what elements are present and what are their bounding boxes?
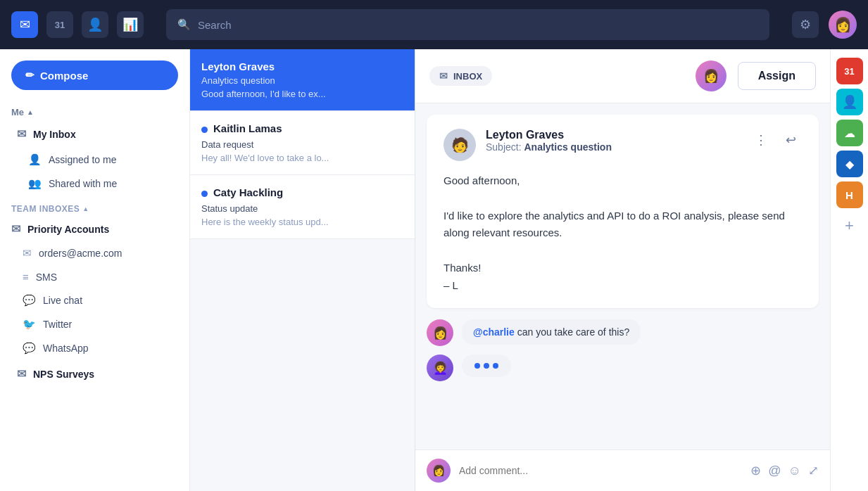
- inbox-nav-icon[interactable]: ✉: [11, 11, 38, 38]
- conversation-header: ✉ INBOX 👩 Assign: [415, 49, 830, 103]
- sms-channel-label: SMS: [36, 272, 57, 283]
- whatsapp-channel-icon: 💬: [23, 342, 36, 355]
- orders-channel-label: orders@acme.com: [39, 248, 122, 259]
- typing-dot-3: [493, 363, 498, 369]
- message-line-2: I'd like to explore the analytics and AP…: [444, 208, 802, 243]
- conversation-item-kaitlin[interactable]: Kaitlin Lamas Data request Hey all! We'd…: [190, 111, 415, 175]
- whatsapp-channel-item[interactable]: 💬 WhatsApp: [0, 336, 189, 360]
- me-label: Me: [11, 107, 24, 117]
- typing-row: 👩‍🦱: [427, 355, 819, 381]
- sms-channel-item[interactable]: ≡ SMS: [0, 265, 189, 288]
- top-navigation: ✉ 31 👤 📊 🔍 ⚙ 👩: [0, 0, 868, 49]
- right-rail: 31 👤 ☁ ◆ H +: [830, 49, 868, 491]
- shared-with-me-label: Shared with me: [49, 178, 117, 189]
- message-header: 🧑 Leyton Graves Subject: Analytics quest…: [444, 129, 802, 161]
- commenter-avatar-2: 👩‍🦱: [427, 355, 453, 381]
- message-area: 🧑 Leyton Graves Subject: Analytics quest…: [415, 103, 830, 449]
- compose-label: Compose: [40, 70, 88, 82]
- message-body: Good afternoon, I'd like to explore the …: [444, 172, 802, 294]
- mention-comment-row: 👩 @charlie can you take care of this?: [427, 319, 819, 346]
- left-sidebar: ✏ Compose Me ▲ ✉ My Inbox 👤 Assigned to …: [0, 49, 190, 491]
- livechat-channel-item[interactable]: 💬 Live chat: [0, 288, 189, 312]
- search-bar[interactable]: 🔍: [166, 9, 769, 40]
- reports-nav-icon[interactable]: 📊: [117, 11, 144, 38]
- mention-tag: @charlie: [473, 326, 515, 338]
- message-line-3: Thanks!– L: [444, 260, 802, 295]
- message-actions: ⋮ ↩: [750, 129, 802, 151]
- calendar-nav-icon[interactable]: 31: [46, 11, 73, 38]
- subject-label: Subject:: [486, 141, 522, 153]
- add-icon-button[interactable]: ⊕: [750, 463, 761, 478]
- comment-input-area: 👩 ⊕ @ ☺ ⤢: [415, 449, 830, 491]
- reply-button[interactable]: ↩: [779, 129, 802, 151]
- priority-accounts-item[interactable]: ✉ Priority Accounts: [0, 217, 189, 241]
- nps-surveys-item[interactable]: ✉ NPS Surveys: [6, 360, 184, 388]
- comment-input[interactable]: [459, 465, 742, 476]
- contacts-nav-icon[interactable]: 👤: [82, 11, 108, 38]
- typing-bubble: [462, 355, 511, 377]
- mention-comment-bubble: @charlie can you take care of this?: [462, 319, 641, 345]
- nav-right: ⚙ 👩: [792, 11, 857, 39]
- me-arrow-icon: ▲: [27, 108, 34, 116]
- twitter-channel-label: Twitter: [43, 319, 72, 330]
- priority-inbox-icon: ✉: [11, 222, 20, 236]
- orders-channel-item[interactable]: ✉ orders@acme.com: [0, 241, 189, 265]
- inbox-icon: ✉: [17, 127, 26, 141]
- conv-preview-leyton: Good afternoon, I'd like to ex...: [201, 89, 403, 99]
- conv-preview-kaitlin: Hey all! We'd love to take a lo...: [201, 153, 403, 163]
- conv-header-kaitlin: Kaitlin Lamas: [201, 122, 403, 137]
- more-options-button[interactable]: ⋮: [750, 129, 772, 151]
- unread-dot-caty: [201, 191, 208, 197]
- team-inboxes-header: Team Inboxes ▲: [0, 196, 189, 217]
- shared-icon: 👥: [28, 177, 42, 190]
- sms-channel-icon: ≡: [23, 271, 29, 283]
- typing-dot-2: [484, 363, 489, 369]
- settings-button[interactable]: ⚙: [792, 11, 819, 38]
- unread-dot-kaitlin: [201, 127, 208, 133]
- conversation-item-leyton[interactable]: Leyton Graves Analytics question Good af…: [190, 49, 415, 111]
- conv-header-caty: Caty Hackling: [201, 186, 403, 201]
- assigned-to-me-item[interactable]: 👤 Assigned to me: [0, 148, 189, 172]
- sender-info: Leyton Graves Subject: Analytics questio…: [486, 129, 740, 153]
- conv-subject-caty: Status update: [201, 203, 403, 214]
- my-inbox-label: My Inbox: [33, 129, 76, 140]
- contact-rail-icon[interactable]: 👤: [836, 89, 863, 115]
- my-inbox-item[interactable]: ✉ My Inbox: [6, 120, 184, 148]
- add-rail-icon[interactable]: +: [836, 212, 863, 239]
- emoji-button[interactable]: ☺: [788, 464, 801, 478]
- conversation-item-caty[interactable]: Caty Hackling Status update Here is the …: [190, 175, 415, 239]
- crm-rail-icon[interactable]: ☁: [836, 120, 863, 146]
- inbox-badge: ✉ INBOX: [429, 66, 492, 86]
- conversation-list: Leyton Graves Analytics question Good af…: [190, 49, 415, 491]
- message-bubble: 🧑 Leyton Graves Subject: Analytics quest…: [427, 115, 819, 308]
- conv-subject-kaitlin: Data request: [201, 139, 403, 150]
- conv-subject-leyton: Analytics question: [201, 75, 403, 86]
- nps-surveys-label: NPS Surveys: [33, 369, 94, 380]
- main-layout: ✏ Compose Me ▲ ✉ My Inbox 👤 Assigned to …: [0, 49, 868, 491]
- conv-name-leyton: Leyton Graves: [201, 60, 403, 72]
- search-input[interactable]: [198, 19, 758, 31]
- priority-accounts-label: Priority Accounts: [27, 224, 109, 235]
- search-icon: 🔍: [177, 18, 191, 31]
- current-user-avatar: 👩: [427, 459, 451, 483]
- assign-button[interactable]: Assign: [738, 62, 816, 90]
- compose-icon: ✏: [25, 69, 34, 82]
- assigned-icon: 👤: [28, 153, 42, 166]
- livechat-channel-icon: 💬: [23, 294, 36, 307]
- shared-with-me-item[interactable]: 👥 Shared with me: [0, 172, 189, 196]
- livechat-channel-label: Live chat: [43, 295, 82, 306]
- subject-value: Analytics question: [524, 141, 611, 153]
- expand-button[interactable]: ⤢: [808, 463, 819, 478]
- compose-button[interactable]: ✏ Compose: [11, 60, 178, 90]
- twitter-channel-item[interactable]: 🐦 Twitter: [0, 312, 189, 336]
- hubspot-rail-icon[interactable]: H: [836, 181, 863, 208]
- commenter-avatar-1: 👩: [427, 319, 453, 346]
- sender-name: Leyton Graves: [486, 129, 740, 141]
- user-avatar[interactable]: 👩: [829, 11, 857, 39]
- conv-preview-caty: Here is the weekly status upd...: [201, 217, 403, 227]
- conversation-list-spacer: [190, 239, 415, 267]
- email-channel-icon: ✉: [23, 247, 32, 260]
- mention-button[interactable]: @: [768, 464, 781, 478]
- calendar-rail-icon[interactable]: 31: [836, 58, 863, 84]
- diamond-rail-icon[interactable]: ◆: [836, 151, 863, 177]
